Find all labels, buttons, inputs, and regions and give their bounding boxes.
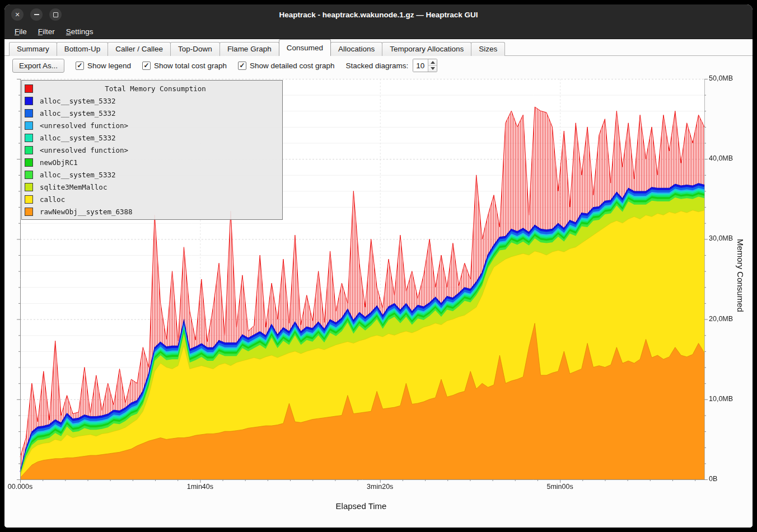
legend-item: alloc__system_5332 xyxy=(22,131,282,144)
tab-summary[interactable]: Summary xyxy=(9,42,57,56)
x-axis-title: Elapsed Time xyxy=(336,501,387,511)
legend-title-row: Total Memory Consumption xyxy=(22,82,282,95)
legend-label: alloc__system_5332 xyxy=(40,97,115,105)
menu-item-file[interactable]: File xyxy=(9,26,32,37)
stacked-diagrams-label: Stacked diagrams: xyxy=(346,62,409,70)
legend-swatch xyxy=(25,195,33,204)
legend-swatch xyxy=(25,84,33,93)
tab-top-down[interactable]: Top-Down xyxy=(170,42,220,56)
maximize-button[interactable] xyxy=(49,8,62,21)
minimize-button[interactable] xyxy=(30,8,43,21)
legend-label: sqlite3MemMalloc xyxy=(40,183,107,191)
legend-label: <unresolved function> xyxy=(40,121,128,130)
tab-caller-callee[interactable]: Caller / Callee xyxy=(108,42,171,56)
menubar: File Filter Settings xyxy=(4,25,753,39)
y-tick-label: 50,0MB xyxy=(709,74,733,82)
y-tick-label: 0B xyxy=(709,475,717,483)
legend-item: alloc__system_5332 xyxy=(22,107,282,119)
legend-label: <unresolved function> xyxy=(40,146,128,154)
y-tick-label: 10,0MB xyxy=(709,395,733,403)
checkbox-label: Show detailed cost graph xyxy=(250,62,335,70)
legend-label: alloc__system_5332 xyxy=(40,171,115,179)
window-title: Heaptrack - heaptrack.wakunode.1.gz — He… xyxy=(4,11,753,19)
export-as-button[interactable]: Export As... xyxy=(12,59,64,73)
y-tick-label: 30,0MB xyxy=(709,234,733,242)
legend-item: alloc__system_5332 xyxy=(22,168,282,181)
checkbox-label: Show legend xyxy=(87,62,131,70)
close-button[interactable]: ✕ xyxy=(11,8,24,21)
legend-item: calloc xyxy=(22,193,282,205)
legend-label: alloc__system_5332 xyxy=(40,109,115,117)
tab-sizes[interactable]: Sizes xyxy=(471,42,505,56)
titlebar: ✕ Heaptrack - heaptrack.wakunode.1.gz — … xyxy=(4,4,753,25)
legend-label: rawNewObj__system_6388 xyxy=(40,208,133,216)
legend-item: <unresolved function> xyxy=(22,119,282,131)
checkbox-checked-icon: ✓ xyxy=(142,62,151,70)
legend-item: alloc__system_5332 xyxy=(22,95,282,107)
checkbox-checked-icon: ✓ xyxy=(238,62,246,70)
tab-bottom-up[interactable]: Bottom-Up xyxy=(57,42,109,56)
checkbox-show-detailed-cost-graph[interactable]: ✓ Show detailed cost graph xyxy=(238,62,335,70)
legend-label: newObjRC1 xyxy=(40,158,78,167)
legend-swatch xyxy=(25,158,33,167)
menu-item-settings[interactable]: Settings xyxy=(60,26,99,37)
x-tick-label: 1min40s xyxy=(187,483,213,491)
window-controls: ✕ xyxy=(4,8,62,21)
menu-item-filter[interactable]: Filter xyxy=(32,26,60,37)
checkbox-checked-icon: ✓ xyxy=(76,62,84,70)
legend-item: <unresolved function> xyxy=(22,144,282,156)
legend-swatch xyxy=(25,97,33,105)
legend-swatch xyxy=(25,109,33,117)
spin-down-button[interactable] xyxy=(428,65,437,72)
legend-item: newObjRC1 xyxy=(22,156,282,168)
legend-label: alloc__system_5332 xyxy=(40,134,115,142)
spin-up-button[interactable] xyxy=(428,59,437,65)
checkbox-show-total-cost-graph[interactable]: ✓ Show total cost graph xyxy=(142,62,227,70)
legend-label: calloc xyxy=(40,195,65,204)
tab-flame-graph[interactable]: Flame Graph xyxy=(219,42,279,56)
y-tick-label: 40,0MB xyxy=(709,154,733,162)
spin-down-icon xyxy=(431,67,435,70)
maximize-icon xyxy=(53,12,58,17)
checkbox-label: Show total cost graph xyxy=(154,62,227,70)
spin-up-icon xyxy=(431,61,435,64)
checkbox-show-legend[interactable]: ✓ Show legend xyxy=(76,62,131,70)
legend-swatch xyxy=(25,171,33,179)
legend-swatch xyxy=(25,183,33,191)
app-window: ✕ Heaptrack - heaptrack.wakunode.1.gz — … xyxy=(4,4,753,528)
stacked-diagrams-spinbox[interactable] xyxy=(413,59,437,72)
legend-item: rawNewObj__system_6388 xyxy=(22,205,282,218)
legend-swatch xyxy=(25,208,33,216)
legend-item: sqlite3MemMalloc xyxy=(22,181,282,193)
x-tick-label: 5min00s xyxy=(546,483,573,491)
y-tick-label: 20,0MB xyxy=(709,315,733,323)
stacked-diagrams-input[interactable] xyxy=(413,59,428,72)
tab-consumed[interactable]: Consumed xyxy=(279,39,331,56)
y-axis-title: Memory Consumed xyxy=(736,239,745,312)
minimize-icon xyxy=(34,14,39,15)
chart-legend: Total Memory Consumptionalloc__system_53… xyxy=(21,80,283,220)
legend-swatch xyxy=(25,146,33,154)
tab-allocations[interactable]: Allocations xyxy=(330,42,382,56)
x-tick-label: 3min20s xyxy=(367,483,393,491)
legend-label: Total Memory Consumption xyxy=(40,84,271,93)
tab-bar: Summary Bottom-Up Caller / Callee Top-Do… xyxy=(4,39,753,56)
close-icon: ✕ xyxy=(15,12,20,18)
legend-swatch xyxy=(25,134,33,142)
legend-swatch xyxy=(25,121,33,130)
tab-temporary-allocations[interactable]: Temporary Allocations xyxy=(382,42,471,56)
x-tick-label: 00.000s xyxy=(8,483,32,491)
toolbar: Export As... ✓ Show legend ✓ Show total … xyxy=(4,56,753,75)
chart-region: Total Memory Consumptionalloc__system_53… xyxy=(4,74,753,528)
